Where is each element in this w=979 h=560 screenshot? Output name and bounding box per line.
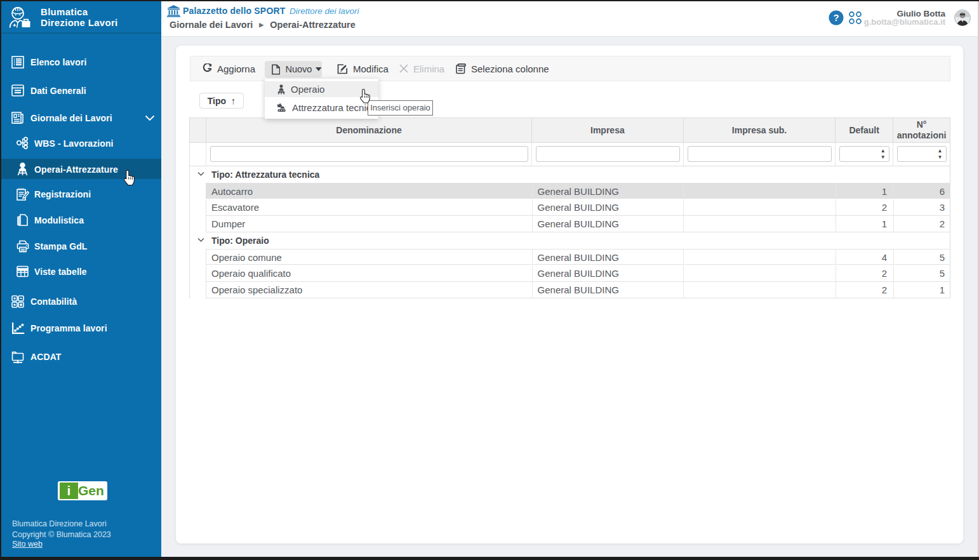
svg-text:?: ? (833, 12, 839, 23)
